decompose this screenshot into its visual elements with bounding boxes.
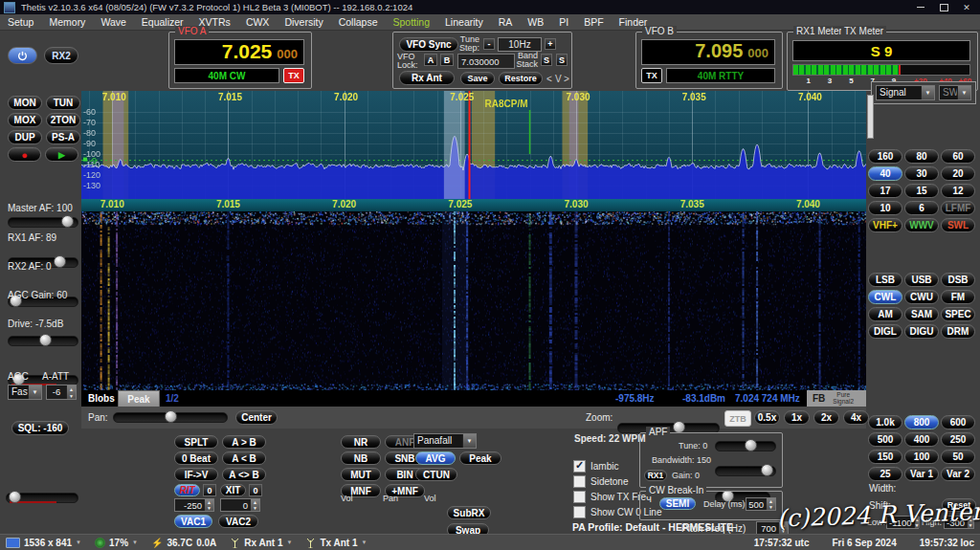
v-button[interactable]: V [555, 74, 562, 84]
tx-meter-select[interactable]: SWR ▼ [939, 85, 971, 100]
apf-bandwidth-slider[interactable] [715, 466, 776, 476]
tx-control-button[interactable]: DUP [8, 130, 42, 144]
maximize-button[interactable] [932, 0, 955, 14]
frequency-entry-field[interactable]: 7.030000 [457, 54, 515, 69]
menu-item[interactable]: PI [551, 14, 576, 30]
rx-ant-button[interactable]: Rx Ant [399, 71, 455, 85]
band-button[interactable]: 80 [904, 149, 939, 164]
master-af-slider[interactable] [8, 217, 78, 228]
reset-button[interactable]: Reset [942, 498, 976, 512]
menu-item[interactable]: Wave [93, 14, 133, 30]
mode-button[interactable]: LSB [868, 273, 902, 287]
mode-button[interactable]: DRM [941, 324, 975, 339]
band-button[interactable]: VHF+ [868, 218, 902, 232]
blobs-button[interactable]: Blobs [88, 393, 115, 404]
peak-button[interactable]: Peak [459, 451, 501, 465]
tx-control-button[interactable]: 2TON [46, 113, 80, 127]
display-scale-scrollbar[interactable] [867, 95, 874, 139]
mode-button[interactable]: CWU [904, 290, 939, 304]
mode-button[interactable]: DIGU [904, 324, 939, 339]
restore-button[interactable]: Restore [499, 72, 543, 85]
semi-button[interactable]: SEMI [659, 497, 696, 510]
rx2-button[interactable]: RX2 [44, 47, 78, 64]
band-button[interactable]: WWV [904, 218, 939, 232]
filter-button[interactable]: Var 1 [904, 467, 939, 481]
menu-item[interactable]: Diversity [277, 14, 330, 30]
filter-button[interactable]: 150 [868, 450, 902, 464]
menu-item[interactable]: Spotting [386, 14, 438, 30]
power-button[interactable] [8, 47, 37, 64]
band-button[interactable]: 60 [941, 149, 975, 164]
vfo-b-tx-button[interactable]: TX [641, 68, 662, 83]
band-button[interactable]: SWL [941, 218, 975, 232]
checkbox[interactable] [573, 506, 586, 518]
zoom-preset-button[interactable]: 0.5x [754, 410, 780, 425]
mode-button[interactable]: FM [941, 290, 975, 304]
mode-button[interactable]: CWL [868, 290, 902, 304]
delay-stepper[interactable]: 500▲▼ [746, 497, 776, 511]
vfo-op-button[interactable]: 0 Beat [174, 451, 218, 465]
pitch-freq-stepper[interactable]: 700▲▼ [756, 521, 789, 535]
vfo-op-button[interactable]: IF->V [174, 468, 218, 481]
cpu-item[interactable]: 17%▼ [95, 538, 138, 548]
next-button[interactable]: > [564, 74, 569, 84]
band-button[interactable]: LFMF [941, 201, 975, 215]
ztb-button[interactable]: ZTB [724, 410, 751, 427]
band-button[interactable]: 15 [904, 184, 939, 198]
band-button[interactable]: 20 [941, 166, 975, 181]
close-button[interactable]: ✕ [955, 0, 978, 14]
fb-button[interactable]: FB [813, 393, 825, 404]
filter-button[interactable]: 250 [941, 432, 975, 447]
menu-item[interactable]: CWX [238, 14, 278, 30]
rit-stepper[interactable]: -250▲▼ [174, 498, 214, 512]
pan-slider[interactable] [113, 412, 228, 423]
dsp-button[interactable]: NB [341, 451, 381, 465]
pure-signal-button[interactable]: PureSignal2 [833, 392, 854, 405]
filter-button[interactable]: 25 [868, 467, 902, 481]
apf-tune-slider[interactable] [715, 441, 776, 451]
vfo-a-tx-button[interactable]: TX [283, 68, 304, 83]
waterfall-canvas[interactable] [81, 211, 866, 390]
xit-button[interactable]: XIT [220, 484, 246, 496]
record-button[interactable]: ● [8, 147, 41, 162]
menu-item[interactable]: WB [520, 14, 551, 30]
rit-button[interactable]: RIT [174, 484, 200, 496]
ctun-button[interactable]: CTUN [415, 468, 457, 481]
apf-rx1-button[interactable]: RX1 [644, 470, 667, 481]
band-stack-s2-button[interactable]: S [556, 54, 568, 66]
checkbox[interactable] [573, 460, 586, 473]
mode-button[interactable]: SPEC [941, 307, 975, 321]
tx-control-button[interactable]: PS-A [46, 130, 80, 144]
menu-item[interactable]: BPF [576, 14, 611, 30]
vfo-lock-b-button[interactable]: B [440, 54, 454, 66]
filter-button[interactable]: 400 [904, 432, 939, 447]
filter-button[interactable]: Var 2 [941, 467, 975, 481]
filter-button[interactable]: 600 [941, 415, 975, 429]
checkbox[interactable] [573, 475, 586, 488]
vfo-op-button[interactable]: A < B [222, 451, 266, 465]
mode-button[interactable]: USB [904, 273, 939, 287]
dsp-button[interactable]: MUT [341, 468, 381, 481]
vfo-op-button[interactable]: SPLT [174, 435, 218, 449]
filter-button[interactable]: 800 [904, 415, 939, 429]
mode-button[interactable]: AM [868, 307, 902, 321]
tune-step-minus-button[interactable]: - [483, 38, 495, 50]
resolution-item[interactable]: 1536 x 841▼ [6, 538, 81, 548]
checkbox[interactable] [573, 491, 586, 503]
filter-button[interactable]: 500 [868, 432, 902, 447]
filter-button[interactable]: 100 [904, 450, 939, 464]
mode-button[interactable]: SAM [904, 307, 939, 321]
vfo-op-button[interactable]: A <> B [222, 468, 266, 481]
prev-button[interactable]: < [546, 74, 552, 84]
vfo-b-frequency[interactable]: 7.095 000 [641, 39, 775, 65]
tx-control-button[interactable]: MOX [8, 113, 42, 127]
display-mode-select[interactable]: Panafall ▼ [413, 433, 477, 449]
subrx-button[interactable]: SubRX [447, 506, 491, 519]
low-stepper[interactable]: -1100▲▼ [886, 516, 919, 529]
agc-gain-slider[interactable] [8, 336, 78, 346]
xit-stepper[interactable]: 0▲▼ [220, 498, 260, 512]
band-stack-s1-button[interactable]: S [541, 54, 552, 66]
menu-item[interactable]: RA [491, 14, 521, 30]
play-button[interactable]: ▶ [45, 147, 78, 162]
xit-zero-button[interactable]: 0 [249, 484, 262, 496]
